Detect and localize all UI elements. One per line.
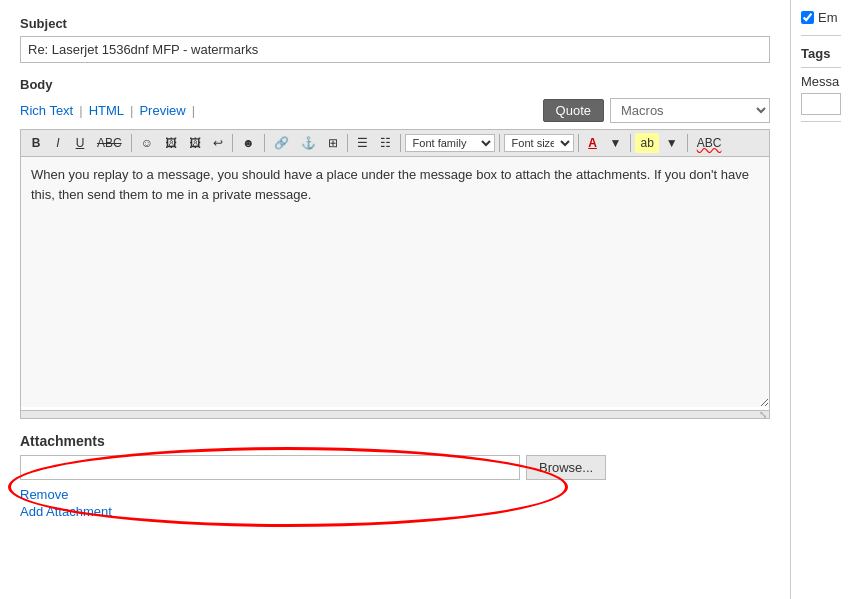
- toolbar-list-ol[interactable]: ☷: [375, 133, 396, 153]
- editor-body[interactable]: When you replay to a message, you should…: [21, 157, 769, 407]
- toolbar-sep-1: [131, 134, 132, 152]
- font-family-select[interactable]: Font family: [405, 134, 495, 152]
- tab-preview[interactable]: Preview: [139, 103, 185, 118]
- toolbar-anchor[interactable]: ⚓: [296, 133, 321, 153]
- toolbar-sep-3: [264, 134, 265, 152]
- macros-select[interactable]: Macros: [610, 98, 770, 123]
- toolbar-underline[interactable]: U: [70, 133, 90, 153]
- tab-sep-3: |: [192, 103, 195, 118]
- toolbar-smile2[interactable]: ☻: [237, 133, 260, 153]
- tab-html[interactable]: HTML: [89, 103, 124, 118]
- subject-input[interactable]: [20, 36, 770, 63]
- toolbar-link[interactable]: 🔗: [269, 133, 294, 153]
- toolbar-undo[interactable]: ↩: [208, 133, 228, 153]
- toolbar-list-ul[interactable]: ☰: [352, 133, 373, 153]
- body-label: Body: [20, 77, 770, 92]
- resize-handle[interactable]: ⤡: [21, 410, 769, 418]
- toolbar-dropdown-highlight[interactable]: ▼: [661, 133, 683, 153]
- attachments-section: Attachments Browse... Remove Add Attachm…: [20, 433, 770, 519]
- attachment-file-input[interactable]: [20, 455, 520, 480]
- browse-button[interactable]: Browse...: [526, 455, 606, 480]
- toolbar-sep-4: [347, 134, 348, 152]
- attachment-links: Remove Add Attachment: [20, 487, 770, 519]
- toolbar-highlight[interactable]: ab: [635, 133, 658, 153]
- font-size-select[interactable]: Font size: [504, 134, 574, 152]
- tab-sep-1: |: [79, 103, 82, 118]
- toolbar-smiley[interactable]: ☺: [136, 133, 158, 153]
- toolbar-sep-5: [400, 134, 401, 152]
- toolbar-image1[interactable]: 🖼: [160, 133, 182, 153]
- editor-toolbar: B I U ABC ☺ 🖼 🖼 ↩ ☻ 🔗 ⚓ ⊞ ☰ ☷: [21, 130, 769, 157]
- toolbar-font-color[interactable]: A: [583, 133, 603, 153]
- sidebar-divider-3: [801, 121, 841, 122]
- toolbar-image2[interactable]: 🖼: [184, 133, 206, 153]
- tab-rich-text[interactable]: Rich Text: [20, 103, 73, 118]
- attachments-oval-wrapper: Browse...: [20, 455, 606, 485]
- sidebar-tags-label: Tags: [801, 46, 841, 61]
- sidebar-checkbox-row: Em: [801, 10, 841, 25]
- sidebar-checkbox-label: Em: [818, 10, 838, 25]
- add-attachment-link[interactable]: Add Attachment: [20, 504, 770, 519]
- toolbar-sep-6: [499, 134, 500, 152]
- resize-icon: ⤡: [759, 409, 767, 420]
- toolbar-dropdown-color[interactable]: ▼: [605, 133, 627, 153]
- sidebar-checkbox[interactable]: [801, 11, 814, 24]
- toolbar-bold[interactable]: B: [26, 133, 46, 153]
- toolbar-sep-2: [232, 134, 233, 152]
- tab-sep-2: |: [130, 103, 133, 118]
- sidebar-message-label: Messa: [801, 74, 841, 89]
- toolbar-sep-8: [630, 134, 631, 152]
- editor-container: B I U ABC ☺ 🖼 🖼 ↩ ☻ 🔗 ⚓ ⊞ ☰ ☷: [20, 129, 770, 419]
- toolbar-spellcheck[interactable]: ABC: [692, 133, 727, 153]
- sidebar-divider-1: [801, 35, 841, 36]
- subject-label: Subject: [20, 16, 770, 31]
- remove-link[interactable]: Remove: [20, 487, 770, 502]
- attachments-label: Attachments: [20, 433, 770, 449]
- sidebar-message-input[interactable]: [801, 93, 841, 115]
- sidebar: Em Tags Messa: [791, 0, 851, 599]
- toolbar-strikethrough[interactable]: ABC: [92, 133, 127, 153]
- toolbar-italic[interactable]: I: [48, 133, 68, 153]
- body-tabs-row: Rich Text | HTML | Preview | Quote Macro…: [20, 98, 770, 123]
- attachment-input-row: Browse...: [20, 455, 606, 480]
- sidebar-divider-2: [801, 67, 841, 68]
- toolbar-table[interactable]: ⊞: [323, 133, 343, 153]
- toolbar-sep-9: [687, 134, 688, 152]
- quote-button[interactable]: Quote: [543, 99, 604, 122]
- toolbar-sep-7: [578, 134, 579, 152]
